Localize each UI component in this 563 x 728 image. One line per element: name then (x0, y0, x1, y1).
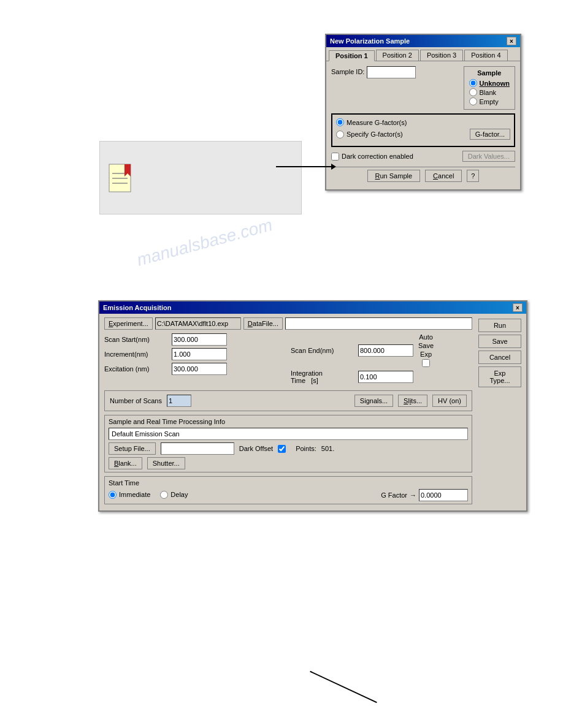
processing-info-input[interactable] (109, 428, 468, 440)
scan-start-label: Scan Start(nm) (104, 336, 172, 343)
polarization-tabs: Position 1 Position 2 Position 3 Positio… (326, 47, 520, 61)
gfactor-label: G Factor (381, 491, 407, 499)
doc-svg (106, 161, 137, 195)
polarization-body: Sample ID: Sample Unknown Blank Empty (326, 61, 520, 189)
emission-title: Emission Acquisition (103, 304, 171, 311)
emission-title-bar: Emission Acquisition × (99, 301, 526, 314)
exp-type-button[interactable]: Exp Type... (478, 366, 521, 387)
start-time-row: Immediate Delay G Factor → (109, 489, 468, 501)
emission-dialog: Emission Acquisition × Run Save Cancel E… (98, 300, 527, 512)
sample-blank-label: Blank (480, 89, 497, 96)
immediate-row: Immediate (109, 491, 150, 499)
watermark: manualsbase.com (135, 215, 275, 270)
arrow-connector (276, 164, 336, 170)
run-sample-button[interactable]: Run Sample (367, 170, 421, 182)
integration-row: IntegrationTime [s] (291, 370, 472, 384)
cancel-button-emission[interactable]: Cancel (478, 351, 521, 364)
measure-gfactor-radio[interactable] (336, 118, 344, 126)
cancel-button[interactable]: Cancel (425, 170, 462, 182)
save-button[interactable]: Save (478, 335, 521, 348)
sample-group: Sample Unknown Blank Empty (464, 66, 516, 110)
polarization-footer: Run Sample Cancel ? (331, 167, 515, 184)
tab-position3[interactable]: Position 3 (420, 50, 463, 61)
increment-label: Increment(nm) (104, 351, 172, 358)
increment-input[interactable] (172, 348, 227, 360)
start-time-section: Start Time Immediate Delay G Factor → (104, 476, 472, 504)
sample-unknown-radio[interactable] (469, 79, 477, 87)
dark-offset-label: Dark Offset (239, 445, 273, 452)
shutter-button[interactable]: Shutter... (147, 457, 185, 469)
setup-file-input[interactable] (161, 442, 234, 455)
run-button[interactable]: Run (478, 319, 521, 332)
autosave-checkbox[interactable] (422, 359, 430, 367)
number-scans-section: Number of Scans Signals... Slits... HV (… (104, 390, 472, 411)
right-buttons: Run Save Cancel Exp Type... (478, 319, 521, 387)
dark-values-button[interactable]: Dark Values... (462, 151, 515, 162)
sample-id-row: Sample ID: Sample Unknown Blank Empty (331, 66, 515, 110)
tab-position4[interactable]: Position 4 (464, 50, 507, 61)
bottom-arrow (310, 671, 377, 703)
delay-label: Delay (170, 491, 188, 498)
number-scans-label: Number of Scans (110, 397, 162, 404)
excitation-input[interactable] (172, 363, 227, 375)
integration-input[interactable] (358, 371, 413, 383)
dark-offset-row: Dark Offset Points: 501. (239, 445, 335, 453)
blank-shutter-row: Blank... Shutter... (109, 457, 468, 469)
setup-file-button[interactable]: Setup File... (109, 442, 156, 455)
excitation-row: Excitation (nm) (104, 363, 286, 375)
specify-gfactor-radio[interactable] (336, 131, 344, 138)
datafile-button[interactable]: DataFile... (243, 317, 283, 330)
dark-offset-checkbox[interactable] (278, 445, 286, 453)
params-section: Scan Start(nm) Increment(nm) Excitation … (104, 333, 472, 387)
sample-blank-radio[interactable] (469, 88, 477, 96)
sample-empty-radio[interactable] (469, 97, 477, 105)
experiment-button[interactable]: Experiment... (104, 317, 153, 330)
start-time-title: Start Time (109, 479, 468, 487)
sample-unknown-label: Unknown (480, 80, 510, 87)
measure-gfactor-row: Measure G-factor(s) (336, 118, 510, 126)
help-button[interactable]: ? (467, 170, 479, 182)
points-label: Points: (296, 445, 316, 452)
emission-close-btn[interactable]: × (513, 303, 523, 312)
setup-row: Setup File... Dark Offset Points: 501. (109, 442, 468, 455)
autosave-section: Auto Save Exp (418, 333, 434, 367)
dark-correction-label: Dark correction enabled (342, 153, 413, 160)
dark-correction-row: Dark correction enabled Dark Values... (331, 151, 515, 162)
sample-processing-title: Sample and Real Time Processing Info (109, 418, 468, 425)
scan-end-label: Scan End(nm) (291, 347, 358, 354)
experiment-path-input[interactable] (155, 317, 241, 330)
immediate-label: Immediate (119, 491, 150, 498)
emission-body: Run Save Cancel Exp Type... Experiment..… (99, 314, 526, 510)
tab-position1[interactable]: Position 1 (329, 50, 375, 61)
gfactor-value-input[interactable] (419, 489, 468, 501)
tab-position2[interactable]: Position 2 (376, 50, 419, 61)
points-value: 501. (321, 445, 334, 452)
polarization-title-bar: New Polarization Sample × (326, 35, 520, 47)
autosave-label2: Save (418, 342, 434, 349)
integration-label: IntegrationTime [s] (291, 370, 358, 384)
sample-id-input[interactable] (367, 66, 416, 78)
sample-id-label: Sample ID: (331, 68, 364, 75)
document-icon (106, 161, 137, 195)
immediate-radio[interactable] (109, 491, 117, 499)
gfactor-button[interactable]: G-factor... (470, 129, 510, 140)
blank-button[interactable]: Blank... (109, 457, 142, 469)
scan-end-input[interactable] (358, 344, 413, 357)
icon-area (99, 141, 302, 214)
scan-end-row: Scan End(nm) Auto Save Exp (291, 333, 472, 367)
gfactor-box: Measure G-factor(s) Specify G-factor(s) … (331, 113, 515, 147)
number-scans-input[interactable] (167, 395, 191, 407)
scan-start-input[interactable] (172, 333, 227, 346)
delay-radio[interactable] (160, 491, 168, 499)
hv-button[interactable]: HV (on) (432, 395, 467, 407)
signals-button[interactable]: Signals... (354, 395, 393, 407)
delay-row: Delay (160, 491, 188, 499)
gfactor-display: G Factor → (381, 489, 468, 501)
dark-correction-checkbox[interactable] (331, 153, 339, 161)
signal-buttons: Signals... Slits... HV (on) (354, 395, 467, 407)
datafile-input[interactable] (285, 317, 472, 330)
params-left: Scan Start(nm) Increment(nm) Excitation … (104, 333, 286, 387)
slits-button[interactable]: Slits... (398, 395, 427, 407)
polarization-close-btn[interactable]: × (507, 37, 516, 45)
gfactor-arrow: → (410, 491, 416, 499)
